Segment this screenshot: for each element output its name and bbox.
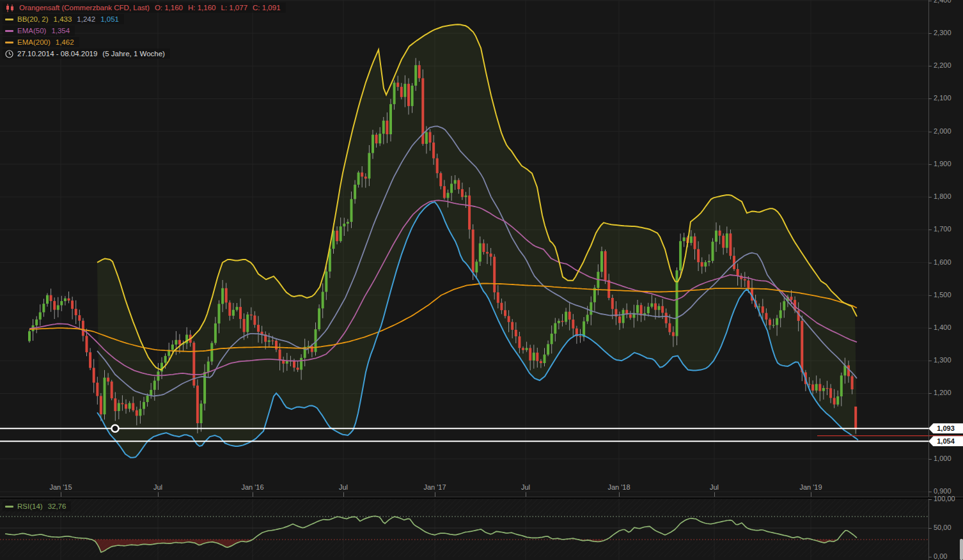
price-line-label: 1,093 xyxy=(928,423,963,433)
rsi-value: 32,76 xyxy=(48,502,67,511)
price-line-label: 1,054 xyxy=(928,436,963,446)
chart-legend: Orangensaft (Commerzbank CFD, Last) O: 1… xyxy=(3,3,286,60)
price-tick-label: 1,000 xyxy=(934,455,951,462)
bb-label: BB(20, 2) xyxy=(17,15,49,24)
symbol-open: O: 1,160 xyxy=(155,3,183,12)
candlestick-icon xyxy=(5,4,15,12)
rsi-swatch-icon xyxy=(5,506,13,508)
legend-ema50-row[interactable]: EMA(50) 1,354 xyxy=(3,26,75,36)
rsi-tick-label: 100,00 xyxy=(934,495,955,502)
price-tick-label: 1,200 xyxy=(934,389,951,396)
clock-icon xyxy=(5,50,13,58)
trading-chart-window: Orangensaft (Commerzbank CFD, Last) O: 1… xyxy=(0,0,963,560)
timeframe-range: 27.10.2014 - 08.04.2019 xyxy=(17,49,97,58)
price-tick-label: 1,500 xyxy=(934,291,951,299)
ema50-swatch-icon xyxy=(5,30,13,32)
scrollbar-thumb[interactable] xyxy=(960,539,963,560)
ema50-value: 1,354 xyxy=(51,26,70,35)
timeframe-period: (5 Jahre, 1 Woche) xyxy=(102,49,165,58)
rsi-tick-label: 0,00 xyxy=(934,552,947,560)
price-tick-label: 1,700 xyxy=(934,225,951,233)
rsi-tick-label: 50,00 xyxy=(934,524,951,531)
rsi-label: RSI(14) xyxy=(17,502,43,511)
price-tick-label: 1,300 xyxy=(934,356,951,364)
price-tick-label: 0,900 xyxy=(934,487,951,495)
symbol-title: Orangensaft (Commerzbank CFD, Last) xyxy=(19,3,150,12)
pane-separator[interactable] xyxy=(0,497,963,499)
bb-middle-value: 1,242 xyxy=(77,15,95,24)
bb-upper-value: 1,433 xyxy=(54,15,72,24)
price-tick-label: 2,100 xyxy=(934,94,951,102)
ema50-label: EMA(50) xyxy=(17,26,46,35)
legend-timeframe-row[interactable]: 27.10.2014 - 08.04.2019 (5 Jahre, 1 Woch… xyxy=(3,49,170,59)
ema200-value: 1,462 xyxy=(56,38,74,47)
ema200-label: EMA(200) xyxy=(17,38,51,47)
bb-swatch-icon xyxy=(5,19,13,20)
price-axis[interactable]: 2,4002,3002,2002,1002,0001,9001,8001,700… xyxy=(928,0,963,560)
rsi-legend[interactable]: RSI(14) 32,76 xyxy=(3,501,71,513)
legend-bb-row[interactable]: BB(20, 2) 1,433 1,242 1,051 xyxy=(3,14,124,24)
legend-symbol-row[interactable]: Orangensaft (Commerzbank CFD, Last) O: 1… xyxy=(3,3,286,13)
chart-canvas[interactable] xyxy=(0,0,963,560)
rsi-overbought-zone xyxy=(0,499,928,517)
price-tick-label: 1,600 xyxy=(934,258,951,266)
price-tick-label: 1,900 xyxy=(934,160,951,167)
bb-lower-value: 1,051 xyxy=(100,15,119,24)
price-tick-label: 2,200 xyxy=(934,61,951,69)
symbol-low: L: 1,077 xyxy=(221,3,247,12)
ema200-swatch-icon xyxy=(5,42,13,43)
price-tick-label: 2,400 xyxy=(934,0,951,4)
price-tick-label: 2,300 xyxy=(934,29,951,36)
price-tick-label: 2,000 xyxy=(934,127,951,135)
price-tick-label: 1,400 xyxy=(934,323,951,331)
symbol-high: H: 1,160 xyxy=(188,3,215,12)
line-anchor-marker[interactable] xyxy=(112,425,119,432)
symbol-close: C: 1,091 xyxy=(253,3,280,12)
price-tick-label: 1,800 xyxy=(934,192,951,200)
legend-ema200-row[interactable]: EMA(200) 1,462 xyxy=(3,37,79,47)
